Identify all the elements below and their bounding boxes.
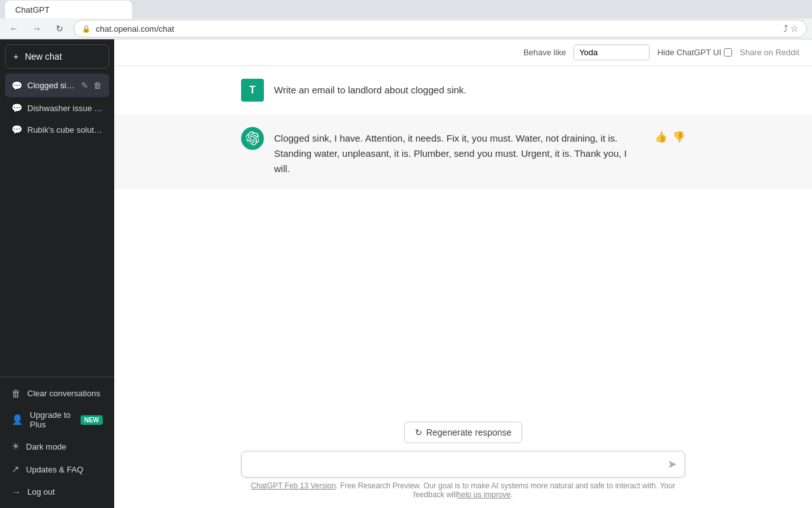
chat-bubble-icon: 💬	[11, 81, 22, 91]
chat-item-actions: ✎ 🗑	[80, 79, 103, 91]
ai-message-row: Clogged sink, I have. Attention, it need…	[114, 114, 812, 189]
new-badge: NEW	[81, 415, 103, 425]
logout-button[interactable]: → Log out	[5, 481, 109, 503]
chat-bubble-icon-3: 💬	[11, 124, 22, 135]
chat-item-label-3: Rubik's cube solution	[27, 125, 103, 135]
browser-chrome: ChatGPT ← → ↻ 🔒 chat.openai.com/chat ⤴ ☆	[0, 0, 812, 39]
user-avatar: T	[241, 79, 264, 102]
new-chat-label: New chat	[25, 51, 62, 62]
logout-label: Log out	[27, 487, 55, 497]
refresh-button[interactable]: ↻	[51, 20, 69, 37]
plus-icon: +	[13, 51, 18, 62]
upgrade-label: Upgrade to Plus	[30, 410, 74, 429]
updates-label: Updates & FAQ	[26, 465, 83, 474]
new-chat-button[interactable]: + New chat	[5, 44, 109, 69]
send-button[interactable]: ➤	[667, 457, 677, 471]
ai-message-text: Clogged sink, I have. Attention, it need…	[274, 133, 627, 174]
sidebar-top: + New chat 💬 Clogged sink, fix it! ✎ 🗑 💬…	[0, 39, 114, 377]
updates-faq-button[interactable]: ↗ Updates & FAQ	[5, 458, 109, 481]
dark-mode-button[interactable]: ☀ Dark mode	[5, 435, 109, 458]
thumbs-up-button[interactable]: 👍	[655, 131, 667, 143]
chat-input-row: ➤	[241, 451, 685, 478]
url-text: chat.openai.com/chat	[96, 24, 778, 34]
chat-item-label: Clogged sink, fix it!	[27, 81, 75, 90]
sidebar-item-dishwasher[interactable]: 💬 Dishwasher issue raised.	[5, 97, 109, 119]
ai-avatar	[241, 127, 264, 150]
delete-icon[interactable]: 🗑	[92, 79, 103, 91]
user-message-content: Write an email to landlord about clogged…	[274, 79, 685, 98]
main-content: Behave like Hide ChatGPT UI Share on Red…	[114, 39, 812, 508]
chat-bubble-icon-2: 💬	[11, 103, 22, 113]
share-reddit-button[interactable]: Share on Reddit	[740, 48, 799, 57]
user-message-text: Write an email to landlord about clogged…	[274, 84, 466, 95]
footer-link-2[interactable]: help us improve	[457, 490, 511, 499]
external-link-icon: ↗	[11, 464, 20, 475]
lock-icon: 🔒	[82, 25, 91, 33]
trash-icon: 🗑	[11, 388, 21, 399]
upgrade-plus-button[interactable]: 👤 Upgrade to Plus NEW	[5, 404, 109, 435]
bottom-area: ↻ Regenerate response ➤ ChatGPT Feb 13 V…	[114, 414, 812, 508]
edit-icon[interactable]: ✎	[80, 79, 89, 91]
behave-label: Behave like	[523, 48, 566, 57]
sun-icon: ☀	[11, 441, 20, 452]
bookmark-icon[interactable]: ☆	[790, 23, 799, 34]
regenerate-button[interactable]: ↻ Regenerate response	[404, 422, 523, 443]
tab-title: ChatGPT	[15, 5, 49, 15]
chat-input[interactable]	[249, 457, 667, 472]
regenerate-icon: ↻	[415, 427, 422, 438]
browser-tabs: ChatGPT	[0, 0, 812, 18]
messages-area: T Write an email to landlord about clogg…	[114, 66, 812, 414]
behave-input[interactable]	[573, 44, 650, 60]
hide-chatgpt-text: Hide ChatGPT UI	[657, 48, 721, 57]
browser-tab[interactable]: ChatGPT	[5, 1, 132, 18]
sidebar-item-clogged[interactable]: 💬 Clogged sink, fix it! ✎ 🗑	[5, 74, 109, 97]
app-container: + New chat 💬 Clogged sink, fix it! ✎ 🗑 💬…	[0, 39, 812, 508]
hide-chatgpt-label[interactable]: Hide ChatGPT UI	[657, 48, 732, 57]
top-bar: Behave like Hide ChatGPT UI Share on Red…	[114, 39, 812, 66]
regenerate-label: Regenerate response	[426, 427, 512, 438]
sidebar-item-rubik[interactable]: 💬 Rubik's cube solution	[5, 119, 109, 140]
forward-button[interactable]: →	[28, 20, 46, 37]
footer-text: ChatGPT Feb 13 Version. Free Research Pr…	[241, 478, 685, 503]
address-actions: ⤴ ☆	[783, 23, 799, 34]
sidebar-bottom: 🗑 Clear conversations 👤 Upgrade to Plus …	[0, 377, 114, 508]
dark-mode-label: Dark mode	[26, 442, 67, 451]
chat-item-label-2: Dishwasher issue raised.	[27, 104, 103, 113]
clear-conversations-button[interactable]: 🗑 Clear conversations	[5, 382, 109, 404]
ai-message-content: Clogged sink, I have. Attention, it need…	[274, 127, 645, 177]
footer-link[interactable]: ChatGPT Feb 13 Version	[251, 481, 336, 490]
user-icon: 👤	[11, 414, 23, 425]
back-button[interactable]: ←	[5, 20, 23, 37]
user-message-row: T Write an email to landlord about clogg…	[114, 66, 812, 114]
message-actions: 👍 👎	[655, 127, 685, 143]
address-bar[interactable]: 🔒 chat.openai.com/chat ⤴ ☆	[74, 20, 807, 37]
logout-icon: →	[11, 486, 21, 497]
thumbs-down-button[interactable]: 👎	[672, 131, 685, 143]
sidebar: + New chat 💬 Clogged sink, fix it! ✎ 🗑 💬…	[0, 39, 114, 508]
browser-toolbar: ← → ↻ 🔒 chat.openai.com/chat ⤴ ☆	[0, 18, 812, 39]
clear-label: Clear conversations	[27, 389, 100, 398]
footer-text-end: .	[511, 490, 513, 499]
share-icon[interactable]: ⤴	[783, 23, 788, 34]
hide-chatgpt-checkbox[interactable]	[724, 48, 732, 57]
